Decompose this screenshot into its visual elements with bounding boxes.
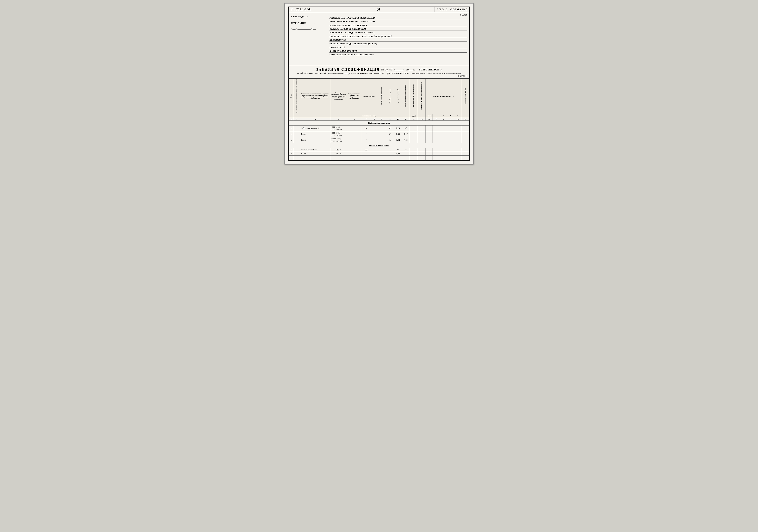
rowm2-expect xyxy=(410,152,418,156)
field-row-4: МИНИСТЕРСТВО (ВЕДОМСТВО)–ЗАКАЗЧИК xyxy=(329,31,467,34)
row3-pos xyxy=(294,137,300,143)
field-label-4: МИНИСТЕРСТВО (ВЕДОМСТВО)–ЗАКАЗЧИК xyxy=(329,31,383,34)
empty1-5 xyxy=(347,156,361,160)
col-header-11: Потребность на пусковой комплекс xyxy=(402,79,410,114)
row2-price: 0,85 xyxy=(394,131,402,137)
info-section: УТВЕРЖДАЮ: НАЧАЛЬНИК _____ . _____ « ___… xyxy=(288,13,470,66)
empty1-12 xyxy=(410,156,418,160)
num-7: 7 xyxy=(372,118,377,121)
rowm1-q4 xyxy=(454,148,461,152)
spec-subtitle: на кабелей и монтажных изделий средств а… xyxy=(291,72,467,75)
field-value-10 xyxy=(384,53,452,56)
num-5: 5 xyxy=(347,118,361,121)
row1-q3 xyxy=(447,125,454,131)
num-2: 2 xyxy=(294,118,300,121)
row3-cost xyxy=(461,137,469,143)
row3-code xyxy=(377,137,386,143)
empty1-2 xyxy=(294,156,300,160)
table-num-row: 1 2 3 4 5 6 7 8 9 10 11 12 13 14 15 16 1… xyxy=(289,118,469,121)
table-row-m2: 2 То же КШ 20 " 1 0,85 xyxy=(289,152,469,156)
rowm2-unit: " xyxy=(361,152,372,156)
approve-label: УТВЕРЖДАЮ: xyxy=(291,16,325,18)
field-label-2: КОМПЛЕКТУЮЩАЯ ОРГАНИЗАЦИЯ xyxy=(329,24,383,27)
field-label-6: ПРЕДПРИЯТИЕ xyxy=(329,39,383,41)
empty1-10 xyxy=(394,156,402,160)
field-label-0: ГЕНЕРАЛЬНАЯ ПРОЕКТНАЯ ОРГАНИЗАЦИЯ xyxy=(329,17,383,19)
field-code-10 xyxy=(452,53,467,56)
sub-col-6: наименование xyxy=(361,114,372,118)
field-row-6: ПРЕДПРИЯТИЕ xyxy=(329,39,467,42)
row3-q1 xyxy=(433,137,440,143)
top-header: Т.п 704.1-150с 60 7798/10 ФОРМА № 8 xyxy=(288,7,470,13)
field-row-0: ГЕНЕРАЛЬНАЯ ПРОЕКТНАЯ ОРГАНИЗАЦИЯ xyxy=(329,17,467,19)
spec-title-section: ЗАКАЗНАЯ СПЕЦИФИКАЦИЯ № 28 ОТ «______» 1… xyxy=(288,66,470,79)
rowm1-need: 1 xyxy=(386,148,394,152)
row1-q2 xyxy=(440,125,447,131)
rowm1-unit: шт xyxy=(361,148,372,152)
field-code-7 xyxy=(452,42,467,45)
rowm2-declared xyxy=(418,152,426,156)
row2-q2 xyxy=(440,131,447,137)
list-num-row: ЛИСТ № 1 xyxy=(291,75,467,78)
col-header-2: № позиции по тех-нологической схеме; мес… xyxy=(294,79,300,114)
row1-num: I xyxy=(289,125,294,131)
rowm2-pusk xyxy=(402,152,410,156)
row1-need: 15 xyxy=(386,125,394,131)
row2-num: 2 xyxy=(289,131,294,137)
field-value-6 xyxy=(384,39,452,41)
row1-unit: М xyxy=(361,125,372,131)
section-label-montage: Монтажные изделия xyxy=(289,143,469,148)
rowm1-q3 xyxy=(447,148,454,152)
sub-col-5 xyxy=(347,114,361,118)
chief-text: НАЧАЛЬНИК xyxy=(291,22,307,24)
field-code-8 xyxy=(452,46,467,49)
num-1: 1 xyxy=(289,118,294,121)
num-18: 18 xyxy=(454,118,461,121)
spec-year: 19___ г. — ВСЕГО ЛИСТОВ xyxy=(406,68,439,71)
row1-unit-code xyxy=(372,125,377,131)
rowm2-name: То же xyxy=(300,152,330,156)
row2-unit-code xyxy=(372,131,377,137)
table-header-row2: наименование код в т.ч. на складе всего … xyxy=(289,114,469,118)
num-8: 8 xyxy=(377,118,386,121)
row1-accepted xyxy=(426,125,433,131)
row1-pusk: 3,5 xyxy=(402,125,410,131)
field-code-2 xyxy=(452,24,467,27)
num-4: 4 xyxy=(330,118,347,121)
col-header-19: Стоимость всего, тыс. руб. xyxy=(461,79,469,114)
num-19: 19 xyxy=(461,118,469,121)
page-number: 60 xyxy=(322,7,435,12)
row2-unit: " xyxy=(361,131,372,137)
rowm2-q1 xyxy=(433,152,440,156)
empty1-13 xyxy=(418,156,426,160)
row2-name: То же xyxy=(300,131,330,137)
section-header-cable: Кабельная продукция xyxy=(289,121,469,125)
spec-total-sheets: 3 xyxy=(440,68,442,71)
row1-price: 0,23 xyxy=(394,125,402,131)
section-label-cable: Кабельная продукция xyxy=(289,121,469,125)
field-value-0 xyxy=(384,17,452,19)
field-label-8: ГУМТС (УМТС) xyxy=(329,46,383,49)
field-row-9: ЧАСТЬ (РАЗДЕЛ) ПРОЕКТА xyxy=(329,50,467,53)
col-header-9: Потребность по проекту xyxy=(386,79,394,114)
row3-need: 3 xyxy=(386,137,394,143)
num-12: 12 xyxy=(410,118,418,121)
rowm1-price: 2,0 xyxy=(394,148,402,152)
table-row-empty1 xyxy=(289,156,469,160)
rowm1-q1 xyxy=(433,148,440,152)
rowm1-q2 xyxy=(440,148,447,152)
field-label-1: ПРОЕКТНАЯ ОРГАНИЗАЦИЯ–РАЗРАБОТЧИК xyxy=(329,20,383,23)
rowm1-declared xyxy=(418,148,426,152)
empty1-18 xyxy=(454,156,461,160)
sub-col-4 xyxy=(330,114,347,118)
empty1-15 xyxy=(433,156,440,160)
field-value-1 xyxy=(384,20,452,23)
rowm1-pusk: 2,0 xyxy=(402,148,410,152)
num-13: 13 xyxy=(418,118,426,121)
sub-col-13 xyxy=(418,114,426,118)
num-14: 14 xyxy=(426,118,433,121)
empty1-4 xyxy=(330,156,347,160)
row2-expect xyxy=(410,131,418,137)
row2-declared xyxy=(418,131,426,137)
chief-label: НАЧАЛЬНИК _____ . _____ xyxy=(291,22,325,24)
